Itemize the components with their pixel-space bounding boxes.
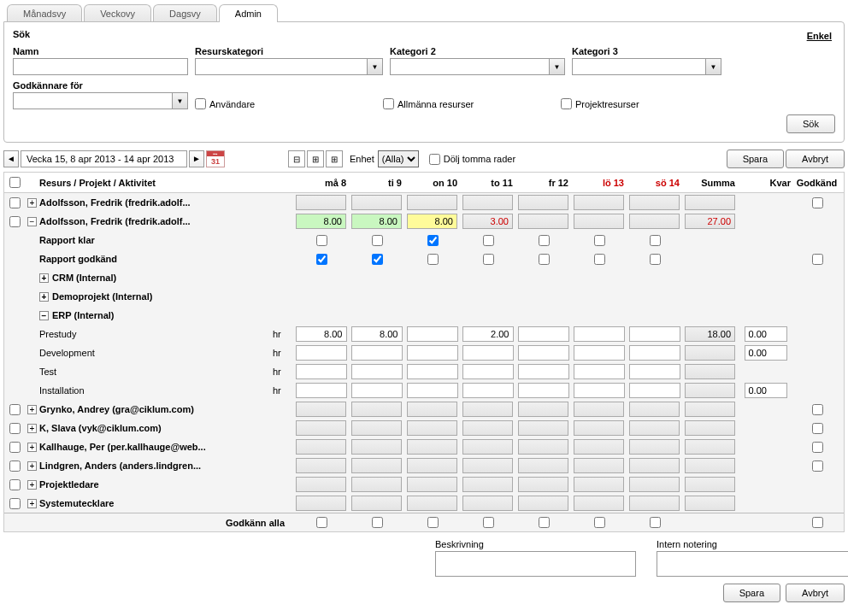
day-cell[interactable] [629, 496, 680, 511]
hours-input[interactable] [351, 345, 403, 361]
day-cell[interactable] [518, 496, 568, 511]
expand-toggle[interactable]: + [27, 405, 37, 414]
hours-input[interactable] [407, 383, 458, 398]
hours-input[interactable] [629, 345, 680, 361]
search-button[interactable]: Sök [786, 114, 835, 133]
day-cell[interactable]: 8.00 [351, 214, 402, 229]
report-ready-cb[interactable] [483, 235, 494, 246]
day-cell[interactable] [574, 420, 624, 436]
expand-all-button[interactable]: ⊞ [326, 150, 343, 167]
approve-all-mon[interactable] [316, 517, 327, 528]
day-cell[interactable] [518, 439, 568, 455]
approved-checkbox[interactable] [812, 442, 823, 453]
hours-input[interactable] [518, 383, 569, 398]
project-res-checkbox[interactable]: Projektresurser [561, 98, 639, 109]
approve-all-fri[interactable] [539, 517, 550, 528]
report-ready-cb[interactable] [427, 235, 439, 246]
approve-all-sat[interactable] [594, 517, 605, 528]
row-checkbox[interactable] [9, 216, 21, 227]
rescat-combo[interactable]: ▼ [195, 58, 383, 75]
report-approved-cb[interactable] [372, 254, 383, 265]
hours-input[interactable] [629, 326, 680, 342]
day-cell[interactable] [629, 420, 680, 436]
tab-daily[interactable]: Dagsvy [153, 4, 217, 22]
day-cell[interactable] [407, 458, 457, 473]
hours-input[interactable] [462, 383, 514, 398]
day-cell[interactable] [462, 439, 513, 455]
hours-input[interactable] [629, 364, 680, 379]
expand-toggle[interactable]: + [27, 461, 37, 471]
collapse-toggle[interactable]: − [39, 311, 49, 320]
hours-input[interactable] [574, 383, 625, 398]
tab-weekly[interactable]: Veckovy [84, 4, 151, 22]
description-input[interactable] [435, 551, 636, 577]
hide-empty-checkbox[interactable]: Dölj tomma rader [429, 154, 515, 165]
hours-input[interactable] [407, 345, 458, 361]
day-cell[interactable] [407, 402, 457, 417]
day-cell[interactable] [296, 496, 346, 511]
day-cell[interactable] [296, 439, 346, 455]
cat2-combo[interactable]: ▼ [390, 58, 565, 75]
day-cell[interactable] [296, 458, 346, 473]
internal-note-input[interactable] [657, 551, 848, 577]
users-checkbox[interactable]: Användare [195, 98, 376, 109]
day-cell[interactable] [462, 402, 513, 417]
hours-input[interactable] [351, 383, 403, 398]
day-cell[interactable] [574, 214, 624, 229]
day-cell[interactable] [518, 402, 568, 417]
day-cell[interactable] [296, 477, 346, 492]
hours-input[interactable] [296, 345, 347, 361]
day-cell[interactable] [296, 402, 346, 417]
day-cell[interactable]: 3.00 [462, 214, 513, 229]
day-cell[interactable] [518, 477, 568, 492]
day-cell[interactable]: 8.00 [296, 214, 346, 229]
cancel-button-top[interactable]: Avbryt [786, 150, 845, 168]
approved-checkbox[interactable] [812, 423, 823, 434]
next-week-button[interactable]: ► [189, 150, 204, 167]
row-checkbox[interactable] [9, 498, 21, 509]
expand-toggle[interactable]: + [27, 424, 37, 433]
day-cell[interactable] [407, 195, 457, 210]
chevron-down-icon[interactable]: ▼ [549, 59, 564, 74]
report-ready-cb[interactable] [316, 235, 327, 246]
day-cell[interactable] [407, 477, 457, 492]
day-cell[interactable] [462, 477, 513, 492]
chevron-down-icon[interactable]: ▼ [705, 59, 721, 74]
hours-input[interactable] [518, 326, 569, 342]
hours-input[interactable] [351, 326, 403, 342]
approve-all-tue[interactable] [372, 517, 383, 528]
prev-week-button[interactable]: ◄ [3, 150, 19, 167]
cat3-combo[interactable]: ▼ [572, 58, 721, 75]
hours-input[interactable] [574, 364, 625, 379]
day-cell[interactable] [574, 477, 624, 492]
simple-search-link[interactable]: Enkel [807, 31, 832, 41]
collapse-toggle[interactable]: − [27, 217, 37, 226]
day-cell[interactable] [462, 195, 513, 210]
approved-checkbox[interactable] [812, 197, 823, 208]
report-ready-cb[interactable] [594, 235, 605, 246]
day-cell[interactable] [462, 496, 513, 511]
select-all-checkbox[interactable] [9, 177, 21, 188]
expand-toggle[interactable]: + [27, 480, 37, 490]
row-checkbox[interactable] [9, 461, 21, 472]
approve-all-thu[interactable] [483, 517, 494, 528]
day-cell[interactable] [351, 402, 402, 417]
approved-checkbox[interactable] [812, 461, 823, 472]
day-cell[interactable] [629, 214, 680, 229]
day-cell[interactable] [629, 439, 680, 455]
day-cell[interactable] [518, 420, 568, 436]
day-cell[interactable] [518, 214, 568, 229]
row-checkbox[interactable] [9, 442, 21, 453]
day-cell[interactable] [462, 458, 513, 473]
day-cell[interactable] [351, 439, 402, 455]
hours-input[interactable] [296, 364, 347, 379]
report-approved-cb[interactable] [594, 254, 605, 265]
hours-input[interactable] [518, 345, 569, 361]
report-ready-cb[interactable] [650, 235, 661, 246]
save-button-top[interactable]: Spara [727, 150, 784, 168]
hours-input[interactable] [629, 383, 680, 398]
tab-monthly[interactable]: Månadsvy [7, 4, 82, 22]
row-checkbox[interactable] [9, 479, 21, 490]
chevron-down-icon[interactable]: ▼ [172, 93, 187, 109]
hours-input[interactable] [407, 364, 458, 379]
